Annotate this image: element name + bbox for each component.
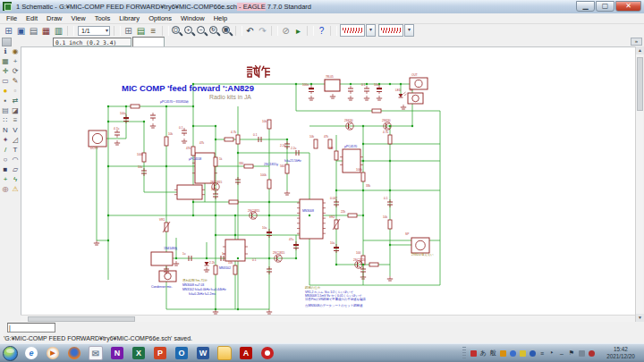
tray-app-3-icon[interactable]: [518, 348, 527, 358]
errors-tool-icon[interactable]: ◎: [1, 185, 10, 194]
toolbar-overflow-button[interactable]: »: [631, 38, 642, 46]
powerpoint-icon[interactable]: P: [150, 345, 170, 361]
library-icon[interactable]: ≡: [148, 25, 159, 37]
horizontal-scrollbar[interactable]: [21, 315, 635, 322]
stop-icon[interactable]: ⊘: [280, 25, 292, 37]
schematic-canvas[interactable]: 4.7u100k10k0.147k1k4.7k33010k2.2u56010k4…: [21, 46, 635, 315]
zoom-in-icon[interactable]: +: [183, 25, 195, 37]
zoom-out-icon[interactable]: −: [196, 25, 208, 37]
miter-tool-icon[interactable]: ◿: [11, 136, 20, 145]
name-tool-icon[interactable]: N: [1, 126, 10, 135]
open-icon[interactable]: ⊞: [3, 25, 14, 37]
text-tool-icon[interactable]: T: [11, 146, 20, 155]
paint-tool-icon[interactable]: ●: [1, 87, 10, 96]
show-tool-icon[interactable]: ◉: [11, 47, 20, 56]
menu-item-view[interactable]: View: [67, 14, 90, 22]
grid-settings-icon[interactable]: [2, 38, 12, 46]
cam-processor-icon[interactable]: ▦: [40, 25, 52, 37]
ulp-button-1[interactable]: [340, 24, 365, 37]
mark-tool-icon[interactable]: +: [11, 57, 20, 66]
tray-app-2-icon[interactable]: [508, 348, 517, 358]
tray-min-icon[interactable]: –: [557, 348, 566, 358]
tray-expand-arrow-icon[interactable]: ‣: [547, 348, 556, 358]
close-button[interactable]: ✕: [615, 1, 641, 12]
junction-tool-icon[interactable]: +: [1, 175, 10, 184]
list-tool-icon[interactable]: ≡: [11, 116, 20, 125]
layer-display-icon[interactable]: ▤: [135, 25, 147, 37]
action-center-flag-icon[interactable]: ⚑: [567, 348, 576, 358]
network-tray-icon[interactable]: [577, 348, 586, 358]
save-icon[interactable]: ▣: [15, 25, 27, 37]
word-icon[interactable]: W: [193, 345, 213, 361]
menu-item-draw[interactable]: Draw: [42, 14, 67, 22]
minimize-button[interactable]: ▁: [576, 1, 595, 12]
internet-explorer-icon[interactable]: e: [21, 345, 41, 361]
cut-tool-icon[interactable]: ▪: [1, 97, 10, 105]
wire-tool-icon[interactable]: /: [1, 146, 10, 155]
ulp-dropdown-2[interactable]: ▾: [404, 24, 414, 37]
rotate-tool-icon[interactable]: ⟳: [11, 67, 20, 76]
paste-tool-icon[interactable]: ◪: [11, 106, 20, 115]
command-line-input[interactable]: |: [7, 323, 55, 333]
tray-app-1-icon[interactable]: [498, 348, 507, 358]
circle-tool-icon[interactable]: ○: [1, 156, 10, 164]
info-tool-icon[interactable]: ℹ: [1, 47, 10, 56]
title-bar[interactable]: 1 Schematic - G:¥MIC-COMP FEED FORWARD¥t…: [0, 0, 644, 14]
move-tool-icon[interactable]: ✛: [1, 67, 10, 76]
mirror-tool-icon[interactable]: ▫: [11, 87, 20, 96]
array-tool-icon[interactable]: ∷: [1, 116, 10, 125]
media-player-icon[interactable]: ▶: [43, 345, 63, 361]
menu-item-tools[interactable]: Tools: [90, 14, 115, 22]
arc-tool-icon[interactable]: ◠: [11, 156, 20, 164]
excel-icon[interactable]: X: [129, 345, 148, 361]
outlook-icon[interactable]: O: [172, 345, 191, 361]
red-ring-app-icon[interactable]: [258, 345, 277, 361]
scroll-down-arrow-icon[interactable]: ▼: [636, 314, 644, 322]
net-tool-icon[interactable]: ϟ: [11, 175, 20, 184]
smash-tool-icon[interactable]: ✦: [1, 136, 10, 145]
acrobat-icon[interactable]: A: [236, 345, 256, 361]
group-tool-icon[interactable]: ▭: [1, 77, 10, 86]
sheet-selector[interactable]: 1/1: [78, 26, 110, 36]
ime-general-indicator[interactable]: 般: [488, 348, 497, 358]
vertical-scroll-thumb[interactable]: [637, 57, 643, 111]
rect-tool-icon[interactable]: ■: [1, 165, 10, 174]
grid-icon[interactable]: ⊞: [123, 25, 134, 37]
ime-toolbar-icon[interactable]: ≡: [538, 348, 547, 358]
ulp-button-2[interactable]: [378, 24, 403, 37]
menu-item-library[interactable]: Library: [114, 14, 144, 22]
value-tool-icon[interactable]: V: [11, 126, 20, 135]
erc-warning-icon[interactable]: ⚠: [11, 185, 20, 194]
ime-hiragana-indicator[interactable]: あ: [479, 348, 487, 358]
explorer-icon[interactable]: [215, 345, 234, 361]
scroll-up-arrow-icon[interactable]: ▲: [636, 46, 644, 55]
undo-icon[interactable]: ↶: [244, 25, 256, 37]
display-tool-icon[interactable]: ▦: [1, 57, 10, 66]
help-icon[interactable]: ?: [316, 25, 327, 37]
menu-item-edit[interactable]: Edit: [21, 14, 42, 22]
onenote-icon[interactable]: N: [107, 345, 127, 361]
redo-icon[interactable]: ↷: [257, 25, 268, 37]
zoom-fit-icon[interactable]: ◻: [171, 25, 182, 37]
menu-item-file[interactable]: File: [2, 14, 21, 22]
ulp-dropdown-1[interactable]: ▾: [366, 24, 376, 37]
mini-command-box[interactable]: [132, 37, 165, 47]
start-button[interactable]: [3, 346, 18, 361]
board-icon[interactable]: ▥: [53, 25, 64, 37]
volume-tray-icon[interactable]: [587, 348, 596, 358]
print-icon[interactable]: ▤: [28, 25, 39, 37]
zoom-redraw-icon[interactable]: ↻: [208, 25, 220, 37]
menu-item-options[interactable]: Options: [144, 14, 176, 22]
go-icon[interactable]: ▸: [292, 25, 304, 37]
swap-tool-icon[interactable]: ⇄: [11, 97, 20, 105]
menu-item-help[interactable]: Help: [209, 14, 232, 22]
vertical-scrollbar[interactable]: ▲ ▼: [635, 46, 643, 322]
copy-tool-icon[interactable]: ▤: [1, 106, 10, 115]
change-tool-icon[interactable]: ✎: [11, 77, 20, 86]
firefox-icon[interactable]: [64, 345, 84, 361]
polygon-tool-icon[interactable]: ▱: [11, 165, 20, 174]
maximize-button[interactable]: ▢: [596, 1, 614, 12]
security-tray-icon[interactable]: [469, 348, 478, 358]
bluetooth-tray-icon[interactable]: [528, 348, 537, 358]
zoom-select-icon[interactable]: ▦: [221, 25, 233, 37]
